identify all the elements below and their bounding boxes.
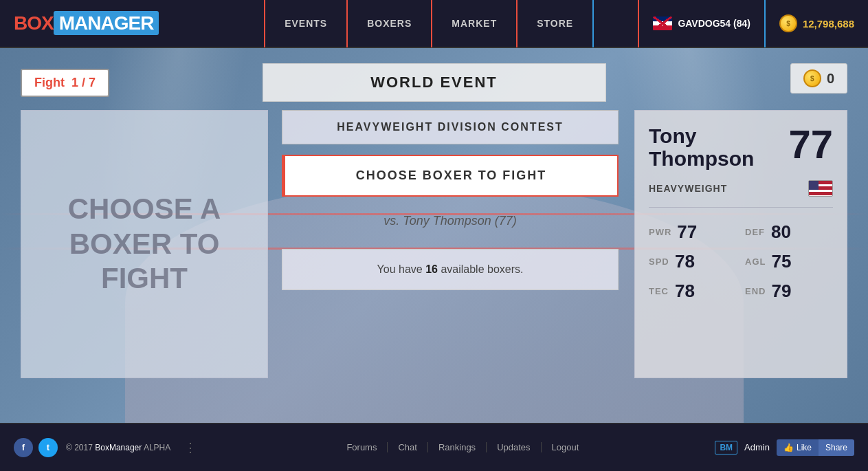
- logo-box-text: BOX: [14, 12, 54, 34]
- nav-market[interactable]: MARKET: [431, 0, 516, 47]
- pwr-label: PWR: [649, 227, 671, 237]
- choose-boxer-btn-label: CHOOSE BOXER TO FIGHT: [356, 168, 547, 182]
- main-nav: EVENTS BOXERS MARKET STORE: [220, 0, 638, 47]
- stat-spd: SPD 78: [649, 251, 737, 272]
- logo-area: BOXMANAGER: [0, 12, 220, 34]
- boxer-rating: 77: [788, 124, 833, 164]
- footer-rankings-link[interactable]: Rankings: [428, 442, 487, 452]
- header: BOXMANAGER EVENTS BOXERS MARKET STORE GA…: [0, 0, 868, 48]
- user-area[interactable]: GAVDOG54 (84): [638, 0, 766, 47]
- right-panel: Tony Thompson 77 HEAVYWEIGHT PWR 77 DEF …: [634, 110, 847, 378]
- coins-area: $ 12,798,688: [766, 0, 868, 47]
- coin-icon: $: [779, 14, 797, 32]
- nav-store[interactable]: STORE: [516, 0, 594, 47]
- user-flag-icon: [653, 17, 672, 30]
- facebook-icon[interactable]: f: [14, 438, 33, 457]
- share-button[interactable]: Share: [819, 439, 854, 456]
- stat-def: DEF 80: [745, 221, 833, 243]
- tec-label: TEC: [649, 286, 669, 296]
- choose-boxer-text: CHOOSE A BOXER TO FIGHT: [54, 178, 234, 309]
- stat-tec: TEC 78: [649, 281, 737, 302]
- footer-chat-link[interactable]: Chat: [388, 442, 427, 452]
- header-right: GAVDOG54 (84) $ 12,798,688: [638, 0, 868, 47]
- user-display: GAVDOG54 (84): [678, 18, 750, 29]
- stat-end: END 79: [745, 281, 833, 302]
- world-event-text: WORLD EVENT: [370, 74, 498, 91]
- boxer-nationality-flag: [808, 180, 833, 197]
- boxer-division-label: HEAVYWEIGHT: [649, 183, 727, 194]
- main-coins-display: $ 0: [790, 63, 847, 94]
- header-coins-value: 12,798,688: [803, 18, 854, 30]
- footer-right: BM Admin 👍 Like Share: [715, 439, 854, 456]
- footer-alpha: ALPHA: [142, 443, 170, 452]
- stat-pwr: PWR 77: [649, 221, 737, 243]
- available-pre: You have: [377, 263, 426, 275]
- boxer-name: Tony Thompson: [649, 124, 788, 170]
- footer-updates-link[interactable]: Updates: [487, 442, 541, 452]
- vs-opponent-text: vs. Tony Thompson (77): [383, 214, 516, 228]
- choose-line3: FIGHT: [101, 262, 188, 294]
- available-count: 16: [425, 263, 438, 275]
- left-panel: CHOOSE A BOXER TO FIGHT: [21, 110, 268, 378]
- footer-social: f t: [14, 438, 58, 457]
- spd-label: SPD: [649, 256, 669, 267]
- main-coin-icon: $: [803, 69, 821, 87]
- agl-label: AGL: [745, 256, 766, 267]
- spd-value: 78: [675, 251, 695, 272]
- footer-forums-link[interactable]: Forums: [336, 442, 388, 452]
- end-value: 79: [771, 281, 791, 302]
- footer: f t © 2017 BoxManager ALPHA ⋮ Forums Cha…: [0, 423, 868, 471]
- def-value: 80: [771, 221, 791, 243]
- pwr-value: 77: [677, 221, 697, 243]
- main-coins-value: 0: [827, 71, 834, 87]
- footer-brand-link[interactable]: BoxManager: [95, 443, 142, 452]
- like-label: Like: [797, 443, 812, 452]
- logo-manager-text: MANAGER: [59, 12, 154, 34]
- like-button[interactable]: 👍 Like: [777, 439, 819, 456]
- fight-total: 7: [89, 76, 96, 89]
- footer-copyright: © 2017 BoxManager ALPHA: [66, 443, 170, 452]
- logo-manager-bg: MANAGER: [54, 11, 159, 35]
- vs-text: vs. Tony Thompson (77): [282, 207, 619, 235]
- center-panel: HEAVYWEIGHT DIVISION CONTEST CHOOSE BOXE…: [282, 110, 619, 290]
- stat-agl: AGL 75: [745, 251, 833, 272]
- choose-line2: BOXER TO: [69, 228, 220, 260]
- twitter-icon[interactable]: t: [38, 438, 58, 457]
- logo[interactable]: BOXMANAGER: [14, 12, 159, 34]
- main-content: Fight 1 / 7 WORLD EVENT $ 0 CHOOSE A BOX…: [0, 48, 868, 423]
- fight-separator: /: [82, 76, 89, 89]
- nav-events[interactable]: EVENTS: [264, 0, 346, 47]
- world-event-title: WORLD EVENT: [263, 63, 606, 102]
- agl-value: 75: [771, 251, 791, 272]
- nav-boxers[interactable]: BOXERS: [346, 0, 431, 47]
- tec-value: 78: [675, 281, 695, 302]
- footer-bm-logo: BM: [715, 441, 737, 454]
- footer-admin-link[interactable]: Admin: [744, 442, 770, 452]
- available-post: available boxers.: [438, 263, 524, 275]
- copyright-text: © 2017: [66, 443, 95, 452]
- like-thumb-icon: 👍: [783, 443, 794, 452]
- fight-label: Fight: [34, 76, 65, 89]
- share-label: Share: [825, 443, 847, 452]
- boxer-header: Tony Thompson 77: [649, 124, 833, 170]
- boxer-division-row: HEAVYWEIGHT: [649, 180, 833, 208]
- end-label: END: [745, 286, 766, 296]
- footer-dots-menu[interactable]: ⋮: [184, 440, 197, 455]
- division-banner: HEAVYWEIGHT DIVISION CONTEST: [282, 110, 619, 144]
- choose-line1: CHOOSE A: [68, 193, 221, 225]
- like-share-group: 👍 Like Share: [777, 439, 854, 456]
- footer-logout-link[interactable]: Logout: [542, 442, 590, 452]
- footer-links: Forums Chat Rankings Updates Logout: [210, 442, 715, 452]
- fight-counter: Fight 1 / 7: [21, 69, 109, 97]
- division-banner-text: HEAVYWEIGHT DIVISION CONTEST: [337, 121, 564, 133]
- fight-current: 1: [71, 76, 78, 89]
- choose-boxer-button[interactable]: CHOOSE BOXER TO FIGHT: [282, 155, 619, 197]
- available-info: You have 16 available boxers.: [282, 249, 619, 290]
- def-label: DEF: [745, 227, 766, 237]
- stats-grid: PWR 77 DEF 80 SPD 78 AGL 75 TEC 78 END 7…: [649, 221, 833, 302]
